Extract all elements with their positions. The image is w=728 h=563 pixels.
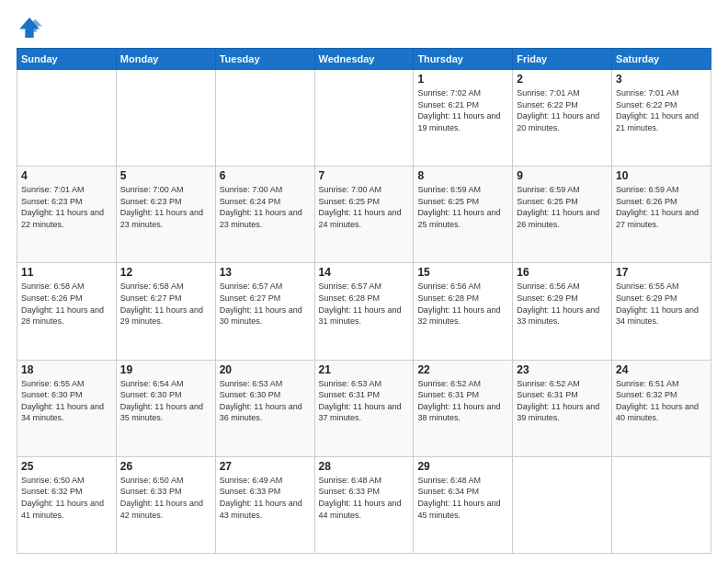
logo bbox=[17, 15, 46, 40]
calendar-cell: 7Sunrise: 7:00 AMSunset: 6:25 PMDaylight… bbox=[314, 167, 414, 263]
calendar-cell bbox=[612, 456, 711, 553]
day-number: 7 bbox=[319, 169, 410, 182]
day-number: 18 bbox=[21, 363, 112, 376]
calendar-cell: 5Sunrise: 7:00 AMSunset: 6:23 PMDaylight… bbox=[116, 167, 215, 263]
calendar-cell: 22Sunrise: 6:52 AMSunset: 6:31 PMDayligh… bbox=[414, 360, 513, 456]
calendar-week-5: 25Sunrise: 6:50 AMSunset: 6:32 PMDayligh… bbox=[17, 456, 711, 553]
calendar-cell: 28Sunrise: 6:48 AMSunset: 6:33 PMDayligh… bbox=[314, 456, 414, 553]
calendar-cell: 20Sunrise: 6:53 AMSunset: 6:30 PMDayligh… bbox=[215, 360, 314, 456]
calendar-cell: 2Sunrise: 7:01 AMSunset: 6:22 PMDaylight… bbox=[513, 70, 612, 167]
day-info: Sunrise: 6:49 AMSunset: 6:33 PMDaylight:… bbox=[220, 475, 311, 521]
calendar-cell: 4Sunrise: 7:01 AMSunset: 6:23 PMDaylight… bbox=[17, 167, 117, 263]
calendar-cell: 21Sunrise: 6:53 AMSunset: 6:31 PMDayligh… bbox=[314, 360, 414, 456]
day-info: Sunrise: 6:53 AMSunset: 6:30 PMDaylight:… bbox=[220, 378, 311, 424]
day-info: Sunrise: 6:52 AMSunset: 6:31 PMDaylight:… bbox=[517, 378, 608, 424]
day-info: Sunrise: 6:51 AMSunset: 6:32 PMDaylight:… bbox=[616, 378, 707, 424]
day-number: 11 bbox=[21, 266, 112, 279]
day-info: Sunrise: 6:53 AMSunset: 6:31 PMDaylight:… bbox=[319, 378, 410, 424]
day-number: 17 bbox=[616, 266, 707, 279]
day-info: Sunrise: 6:48 AMSunset: 6:33 PMDaylight:… bbox=[319, 475, 410, 521]
day-number: 23 bbox=[517, 363, 608, 376]
day-number: 19 bbox=[120, 363, 211, 376]
calendar-cell: 17Sunrise: 6:55 AMSunset: 6:29 PMDayligh… bbox=[612, 263, 711, 360]
calendar-body: 1Sunrise: 7:02 AMSunset: 6:21 PMDaylight… bbox=[17, 70, 711, 554]
calendar-cell: 15Sunrise: 6:56 AMSunset: 6:28 PMDayligh… bbox=[414, 263, 513, 360]
day-number: 3 bbox=[616, 73, 707, 86]
day-info: Sunrise: 6:50 AMSunset: 6:33 PMDaylight:… bbox=[120, 475, 211, 521]
calendar-cell: 24Sunrise: 6:51 AMSunset: 6:32 PMDayligh… bbox=[612, 360, 711, 456]
day-info: Sunrise: 7:02 AMSunset: 6:21 PMDaylight:… bbox=[417, 87, 508, 133]
calendar-table: SundayMondayTuesdayWednesdayThursdayFrid… bbox=[17, 48, 711, 554]
day-info: Sunrise: 6:57 AMSunset: 6:27 PMDaylight:… bbox=[220, 281, 311, 327]
day-info: Sunrise: 6:52 AMSunset: 6:31 PMDaylight:… bbox=[417, 378, 508, 424]
day-info: Sunrise: 7:01 AMSunset: 6:22 PMDaylight:… bbox=[517, 87, 608, 133]
day-number: 10 bbox=[616, 169, 707, 182]
header-cell-thursday: Thursday bbox=[414, 49, 513, 70]
calendar-cell: 27Sunrise: 6:49 AMSunset: 6:33 PMDayligh… bbox=[215, 456, 314, 553]
calendar-week-2: 4Sunrise: 7:01 AMSunset: 6:23 PMDaylight… bbox=[17, 167, 711, 263]
day-number: 25 bbox=[21, 460, 112, 473]
calendar-cell: 18Sunrise: 6:55 AMSunset: 6:30 PMDayligh… bbox=[17, 360, 117, 456]
calendar-cell: 16Sunrise: 6:56 AMSunset: 6:29 PMDayligh… bbox=[513, 263, 612, 360]
day-number: 12 bbox=[120, 266, 211, 279]
day-info: Sunrise: 6:48 AMSunset: 6:34 PMDaylight:… bbox=[417, 475, 508, 521]
day-number: 24 bbox=[616, 363, 707, 376]
calendar-cell bbox=[116, 70, 215, 167]
day-number: 13 bbox=[220, 266, 311, 279]
calendar-cell bbox=[17, 70, 117, 167]
calendar-cell: 9Sunrise: 6:59 AMSunset: 6:25 PMDaylight… bbox=[513, 167, 612, 263]
day-number: 22 bbox=[417, 363, 508, 376]
day-number: 6 bbox=[220, 169, 311, 182]
logo-icon bbox=[17, 15, 42, 40]
day-info: Sunrise: 6:58 AMSunset: 6:26 PMDaylight:… bbox=[21, 281, 112, 327]
calendar-cell bbox=[513, 456, 612, 553]
calendar-cell: 19Sunrise: 6:54 AMSunset: 6:30 PMDayligh… bbox=[116, 360, 215, 456]
calendar-cell: 13Sunrise: 6:57 AMSunset: 6:27 PMDayligh… bbox=[215, 263, 314, 360]
day-info: Sunrise: 6:59 AMSunset: 6:25 PMDaylight:… bbox=[417, 184, 508, 230]
header-cell-tuesday: Tuesday bbox=[215, 49, 314, 70]
day-info: Sunrise: 7:01 AMSunset: 6:23 PMDaylight:… bbox=[21, 184, 112, 230]
calendar-cell: 10Sunrise: 6:59 AMSunset: 6:26 PMDayligh… bbox=[612, 167, 711, 263]
day-info: Sunrise: 6:50 AMSunset: 6:32 PMDaylight:… bbox=[21, 475, 112, 521]
day-number: 27 bbox=[220, 460, 311, 473]
calendar-week-3: 11Sunrise: 6:58 AMSunset: 6:26 PMDayligh… bbox=[17, 263, 711, 360]
day-info: Sunrise: 6:55 AMSunset: 6:29 PMDaylight:… bbox=[616, 281, 707, 327]
day-info: Sunrise: 6:56 AMSunset: 6:29 PMDaylight:… bbox=[517, 281, 608, 327]
calendar-cell: 3Sunrise: 7:01 AMSunset: 6:22 PMDaylight… bbox=[612, 70, 711, 167]
day-info: Sunrise: 7:00 AMSunset: 6:24 PMDaylight:… bbox=[220, 184, 311, 230]
calendar-cell: 29Sunrise: 6:48 AMSunset: 6:34 PMDayligh… bbox=[414, 456, 513, 553]
calendar-cell: 1Sunrise: 7:02 AMSunset: 6:21 PMDaylight… bbox=[414, 70, 513, 167]
header-row: SundayMondayTuesdayWednesdayThursdayFrid… bbox=[17, 49, 711, 70]
day-number: 20 bbox=[220, 363, 311, 376]
day-number: 14 bbox=[319, 266, 410, 279]
header bbox=[17, 15, 711, 40]
day-number: 2 bbox=[517, 73, 608, 86]
calendar-cell: 14Sunrise: 6:57 AMSunset: 6:28 PMDayligh… bbox=[314, 263, 414, 360]
day-info: Sunrise: 6:54 AMSunset: 6:30 PMDaylight:… bbox=[120, 378, 211, 424]
calendar-week-1: 1Sunrise: 7:02 AMSunset: 6:21 PMDaylight… bbox=[17, 70, 711, 167]
day-number: 29 bbox=[417, 460, 508, 473]
calendar-cell bbox=[314, 70, 414, 167]
day-info: Sunrise: 7:00 AMSunset: 6:23 PMDaylight:… bbox=[120, 184, 211, 230]
calendar-cell: 11Sunrise: 6:58 AMSunset: 6:26 PMDayligh… bbox=[17, 263, 117, 360]
header-cell-saturday: Saturday bbox=[612, 49, 711, 70]
calendar-cell: 12Sunrise: 6:58 AMSunset: 6:27 PMDayligh… bbox=[116, 263, 215, 360]
day-number: 9 bbox=[517, 169, 608, 182]
calendar-cell: 25Sunrise: 6:50 AMSunset: 6:32 PMDayligh… bbox=[17, 456, 117, 553]
day-info: Sunrise: 6:55 AMSunset: 6:30 PMDaylight:… bbox=[21, 378, 112, 424]
day-info: Sunrise: 6:57 AMSunset: 6:28 PMDaylight:… bbox=[319, 281, 410, 327]
header-cell-wednesday: Wednesday bbox=[314, 49, 414, 70]
day-number: 16 bbox=[517, 266, 608, 279]
day-number: 1 bbox=[417, 73, 508, 86]
header-cell-sunday: Sunday bbox=[17, 49, 117, 70]
day-number: 26 bbox=[120, 460, 211, 473]
calendar-week-4: 18Sunrise: 6:55 AMSunset: 6:30 PMDayligh… bbox=[17, 360, 711, 456]
day-number: 8 bbox=[417, 169, 508, 182]
day-number: 28 bbox=[319, 460, 410, 473]
calendar-cell bbox=[215, 70, 314, 167]
day-info: Sunrise: 6:56 AMSunset: 6:28 PMDaylight:… bbox=[417, 281, 508, 327]
calendar-cell: 23Sunrise: 6:52 AMSunset: 6:31 PMDayligh… bbox=[513, 360, 612, 456]
header-cell-monday: Monday bbox=[116, 49, 215, 70]
day-info: Sunrise: 6:58 AMSunset: 6:27 PMDaylight:… bbox=[120, 281, 211, 327]
day-info: Sunrise: 7:00 AMSunset: 6:25 PMDaylight:… bbox=[319, 184, 410, 230]
